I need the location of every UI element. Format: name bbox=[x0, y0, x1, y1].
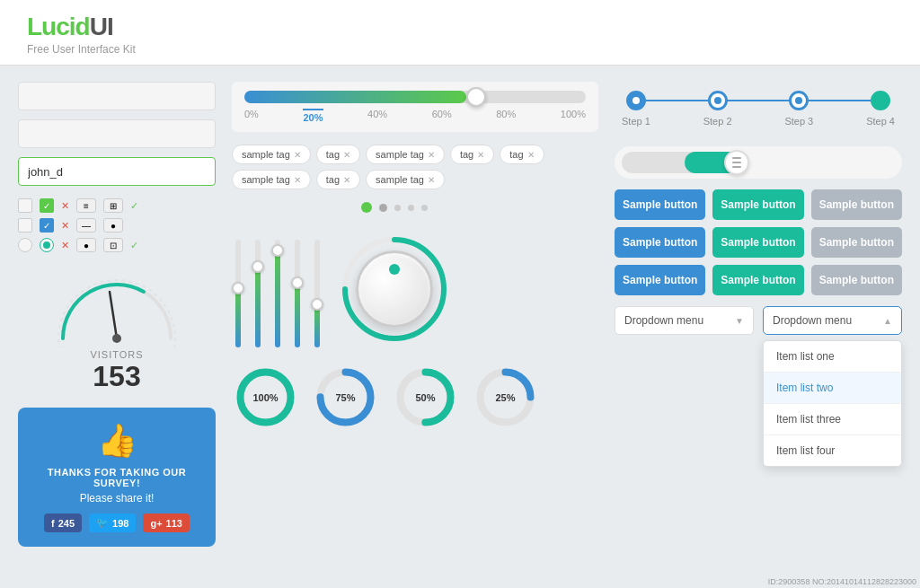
tag-5[interactable]: tag✕ bbox=[500, 145, 544, 164]
sample-button-5[interactable]: Sample button bbox=[712, 227, 803, 258]
slider-track[interactable] bbox=[244, 91, 586, 103]
chevron-down-icon-1: ▼ bbox=[735, 316, 744, 326]
tag-close-1[interactable]: ✕ bbox=[294, 150, 301, 160]
svg-text:100%: 100% bbox=[252, 392, 278, 403]
tag-2[interactable]: tag✕ bbox=[316, 145, 360, 164]
checkbox-group: ✓ ✕ ≡ ⊞ ✓ ✓ ✕ — ● ✕ ● ⊡ ✓ bbox=[18, 198, 216, 252]
tag-7[interactable]: tag✕ bbox=[316, 170, 360, 189]
svg-text:50%: 50% bbox=[415, 392, 435, 403]
dropdown-2[interactable]: Dropdown menu ▲ bbox=[763, 306, 902, 335]
tag-1[interactable]: sample tag✕ bbox=[232, 145, 311, 164]
toggle-track[interactable] bbox=[622, 152, 748, 173]
tag-close-7[interactable]: ✕ bbox=[343, 175, 350, 185]
facebook-button[interactable]: f 245 bbox=[44, 513, 82, 532]
small-btn-3[interactable]: — bbox=[76, 218, 96, 233]
small-btn-4[interactable]: ● bbox=[103, 218, 123, 233]
tag-close-5[interactable]: ✕ bbox=[527, 150, 535, 160]
small-btn-6[interactable]: ⊡ bbox=[103, 238, 123, 252]
sample-button-1[interactable]: Sample button bbox=[615, 189, 705, 220]
donut-100: 100% bbox=[232, 364, 299, 431]
dropdown-1-label: Dropdown menu bbox=[624, 314, 703, 327]
checkbox-4[interactable]: ✓ bbox=[40, 218, 54, 233]
donut-svg-50: 50% bbox=[392, 364, 459, 431]
sample-button-4[interactable]: Sample button bbox=[615, 227, 705, 258]
knob[interactable] bbox=[356, 250, 433, 328]
tag-close-3[interactable]: ✕ bbox=[428, 150, 435, 160]
share-title: THANKS FOR TAKING OUR SURVEY! bbox=[32, 467, 201, 488]
x-icon-3: ✕ bbox=[61, 240, 69, 251]
mid-column: 0% 20% 40% 60% 80% 100% sample tag✕ tag✕… bbox=[232, 82, 598, 579]
slider-label-20: 20% bbox=[303, 109, 323, 123]
dot-small-2 bbox=[408, 205, 414, 211]
sample-button-7[interactable]: Sample button bbox=[615, 265, 705, 295]
checkbox-3[interactable] bbox=[18, 218, 32, 233]
googleplus-button[interactable]: g+ 113 bbox=[143, 513, 190, 532]
v-slider-4[interactable] bbox=[291, 240, 304, 347]
social-row: f 245 🐦 198 g+ 113 bbox=[32, 513, 201, 532]
dropdown-item-1[interactable]: Item list one bbox=[764, 341, 901, 373]
dropdown-item-2[interactable]: Item list two bbox=[764, 373, 901, 404]
tag-close-4[interactable]: ✕ bbox=[477, 150, 484, 160]
slider-thumb[interactable] bbox=[466, 87, 486, 107]
toggle-thumb[interactable] bbox=[724, 150, 749, 175]
step-circle-4 bbox=[871, 91, 890, 110]
tag-close-6[interactable]: ✕ bbox=[294, 175, 301, 185]
thumb-icon: 👍 bbox=[32, 422, 201, 460]
step-label-4: Step 4 bbox=[866, 116, 895, 127]
vertical-sliders bbox=[232, 240, 323, 347]
left-column: ✓ ✕ ≡ ⊞ ✓ ✓ ✕ — ● ✕ ● ⊡ ✓ bbox=[18, 82, 216, 579]
dropdown-1[interactable]: Dropdown menu ▼ bbox=[615, 306, 754, 335]
logo-subtitle: Free User Interface Kit bbox=[27, 43, 893, 56]
small-btn-5[interactable]: ● bbox=[76, 238, 96, 252]
sample-button-6[interactable]: Sample button bbox=[811, 227, 902, 258]
checkbox-row-1: ✓ ✕ ≡ ⊞ ✓ bbox=[18, 198, 216, 213]
twitter-button[interactable]: 🐦 198 bbox=[89, 513, 136, 532]
input-field-1[interactable] bbox=[18, 82, 216, 110]
share-sub: Please share it! bbox=[32, 492, 201, 505]
donut-75: 75% bbox=[312, 364, 379, 431]
small-btn-1[interactable]: ≡ bbox=[76, 198, 96, 213]
googleplus-icon: g+ bbox=[150, 518, 162, 529]
gauge-svg bbox=[45, 267, 189, 347]
radio-2[interactable] bbox=[40, 238, 54, 252]
svg-line-1 bbox=[110, 292, 117, 338]
tag-4[interactable]: tag✕ bbox=[450, 145, 494, 164]
step-label-2: Step 2 bbox=[703, 116, 732, 127]
toggle-row bbox=[615, 146, 902, 179]
input-field-3[interactable] bbox=[18, 157, 216, 186]
input-field-2[interactable] bbox=[18, 119, 216, 148]
share-card: 👍 THANKS FOR TAKING OUR SURVEY! Please s… bbox=[18, 408, 216, 547]
v-slider-3[interactable] bbox=[271, 240, 284, 347]
sample-button-8[interactable]: Sample button bbox=[712, 265, 803, 295]
donut-50: 50% bbox=[392, 364, 459, 431]
radio-1[interactable] bbox=[18, 238, 32, 252]
tag-close-8[interactable]: ✕ bbox=[428, 175, 435, 185]
logo-lucid: Lucid bbox=[27, 13, 90, 41]
knob-wrap[interactable] bbox=[336, 231, 453, 347]
checkbox-2[interactable]: ✓ bbox=[40, 198, 54, 213]
dropdown-item-4[interactable]: Item list four bbox=[764, 435, 901, 466]
main-content: ✓ ✕ ≡ ⊞ ✓ ✓ ✕ — ● ✕ ● ⊡ ✓ bbox=[0, 66, 920, 588]
small-btn-2[interactable]: ⊞ bbox=[103, 198, 123, 213]
tag-6[interactable]: sample tag✕ bbox=[232, 170, 311, 189]
sample-button-9[interactable]: Sample button bbox=[811, 265, 902, 295]
step-label-1: Step 1 bbox=[622, 116, 650, 127]
knob-area bbox=[336, 202, 453, 347]
v-slider-2[interactable] bbox=[252, 240, 264, 347]
googleplus-count: 113 bbox=[166, 518, 182, 529]
tag-8[interactable]: sample tag✕ bbox=[366, 170, 445, 189]
dropdown-item-3[interactable]: Item list three bbox=[764, 404, 901, 435]
tag-3[interactable]: sample tag✕ bbox=[366, 145, 445, 164]
v-slider-1[interactable] bbox=[232, 240, 244, 347]
slider-label-0: 0% bbox=[244, 109, 259, 123]
sample-button-3[interactable]: Sample button bbox=[811, 189, 902, 220]
tags-container: sample tag✕ tag✕ sample tag✕ tag✕ tag✕ s… bbox=[232, 145, 598, 189]
twitter-count: 198 bbox=[112, 518, 128, 529]
facebook-count: 245 bbox=[58, 518, 75, 529]
checkbox-1[interactable] bbox=[18, 198, 32, 213]
tag-close-2[interactable]: ✕ bbox=[343, 150, 350, 160]
svg-point-2 bbox=[112, 334, 121, 343]
sample-button-2[interactable]: Sample button bbox=[712, 189, 803, 220]
v-slider-5[interactable] bbox=[311, 240, 323, 347]
check-icon-2: ✓ bbox=[130, 240, 138, 251]
